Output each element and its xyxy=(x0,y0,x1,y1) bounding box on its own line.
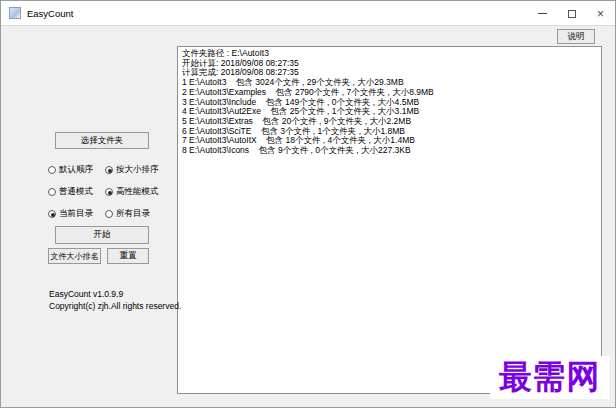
radio-option-1[interactable]: 按大小排序 xyxy=(105,164,168,176)
copyright-label: Copyright(c) zjh.All rights reserved. xyxy=(49,301,181,311)
radio-option-3[interactable]: 高性能模式 xyxy=(105,186,168,198)
window-controls: × xyxy=(528,1,615,26)
minimize-button[interactable] xyxy=(528,1,557,26)
titlebar: EasyCount × xyxy=(1,1,615,26)
radio-icon xyxy=(48,188,56,196)
output-line: 8 E:\AutoIt3\Icons 包含 9个文件 , 0个文件夹 , 大小2… xyxy=(182,146,597,156)
file-size-rank-button[interactable]: 文件大小排名 xyxy=(48,248,101,264)
output-area[interactable]: 文件夹路径 : E:\AutoIt3开始计算: 2018/09/08 08:27… xyxy=(177,46,602,394)
radio-icon xyxy=(105,188,113,196)
minimize-icon xyxy=(538,13,547,14)
watermark: 最需网 xyxy=(490,356,609,399)
radio-icon xyxy=(105,166,113,174)
radio-label: 当前目录 xyxy=(59,208,93,220)
radio-option-2[interactable]: 普通模式 xyxy=(48,186,105,198)
easycount-window: EasyCount × 说明 文件夹路径 : E:\AutoIt3开始计算: 2… xyxy=(0,0,616,408)
radio-icon xyxy=(48,210,56,218)
window-title: EasyCount xyxy=(27,1,73,26)
app-icon xyxy=(9,7,21,19)
radio-icon xyxy=(48,166,56,174)
start-button[interactable]: 开始 xyxy=(55,226,149,244)
reset-button[interactable]: 重置 xyxy=(107,248,149,264)
maximize-icon xyxy=(568,10,576,18)
help-button[interactable]: 说明 xyxy=(557,29,595,44)
radio-label: 按大小排序 xyxy=(116,164,159,176)
radio-icon xyxy=(105,210,113,218)
radio-group: 默认顺序按大小排序普通模式高性能模式当前目录所有目录 xyxy=(48,164,168,220)
radio-label: 普通模式 xyxy=(59,186,93,198)
radio-option-0[interactable]: 默认顺序 xyxy=(48,164,105,176)
close-button[interactable]: × xyxy=(586,1,615,26)
maximize-button[interactable] xyxy=(557,1,586,26)
radio-option-4[interactable]: 当前目录 xyxy=(48,208,105,220)
radio-label: 默认顺序 xyxy=(59,164,93,176)
radio-label: 高性能模式 xyxy=(116,186,159,198)
close-icon: × xyxy=(597,8,604,20)
version-label: EasyCount v1.0.9.9 xyxy=(49,289,123,299)
radio-label: 所有目录 xyxy=(116,208,150,220)
select-folder-button[interactable]: 选择文件夹 xyxy=(55,132,149,149)
radio-option-5[interactable]: 所有目录 xyxy=(105,208,168,220)
